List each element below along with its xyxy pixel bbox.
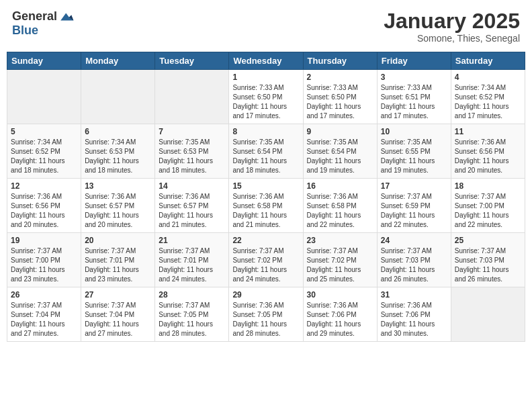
day-number: 22 — [232, 236, 299, 245]
day-info: Sunrise: 7:35 AM Sunset: 6:53 PM Dayligh… — [159, 138, 225, 175]
day-info: Sunrise: 7:36 AM Sunset: 6:56 PM Dayligh… — [11, 192, 77, 230]
calendar-cell: 11Sunrise: 7:36 AM Sunset: 6:56 PM Dayli… — [451, 124, 525, 179]
day-info: Sunrise: 7:37 AM Sunset: 7:01 PM Dayligh… — [159, 246, 225, 284]
day-info: Sunrise: 7:37 AM Sunset: 7:05 PM Dayligh… — [159, 301, 225, 338]
calendar-cell — [451, 287, 525, 342]
calendar-cell: 29Sunrise: 7:36 AM Sunset: 7:05 PM Dayli… — [229, 287, 303, 342]
day-number: 19 — [11, 236, 77, 245]
calendar-week-0: 1Sunrise: 7:33 AM Sunset: 6:50 PM Daylig… — [7, 70, 525, 124]
day-number: 16 — [307, 181, 373, 191]
calendar-cell: 25Sunrise: 7:37 AM Sunset: 7:03 PM Dayli… — [451, 233, 525, 287]
day-number: 1 — [232, 73, 299, 82]
calendar-cell: 17Sunrise: 7:37 AM Sunset: 6:59 PM Dayli… — [377, 179, 451, 233]
day-info: Sunrise: 7:33 AM Sunset: 6:50 PM Dayligh… — [232, 83, 299, 121]
calendar-cell: 27Sunrise: 7:37 AM Sunset: 7:04 PM Dayli… — [81, 287, 155, 342]
day-info: Sunrise: 7:36 AM Sunset: 7:05 PM Dayligh… — [232, 301, 299, 338]
day-number: 27 — [85, 290, 151, 300]
weekday-header-row: SundayMondayTuesdayWednesdayThursdayFrid… — [7, 52, 525, 70]
calendar-cell: 5Sunrise: 7:34 AM Sunset: 6:52 PM Daylig… — [7, 124, 81, 179]
day-number: 30 — [307, 290, 373, 300]
day-number: 20 — [85, 236, 151, 245]
calendar-cell: 31Sunrise: 7:36 AM Sunset: 7:06 PM Dayli… — [377, 287, 451, 342]
day-info: Sunrise: 7:37 AM Sunset: 7:02 PM Dayligh… — [232, 246, 299, 284]
calendar-cell: 15Sunrise: 7:36 AM Sunset: 6:58 PM Dayli… — [229, 179, 303, 233]
day-info: Sunrise: 7:37 AM Sunset: 7:03 PM Dayligh… — [381, 246, 447, 284]
title-block: January 2025 Somone, Thies, Senegal — [384, 9, 520, 44]
calendar-cell: 9Sunrise: 7:35 AM Sunset: 6:54 PM Daylig… — [303, 124, 377, 179]
day-number: 17 — [381, 181, 447, 191]
calendar-cell: 4Sunrise: 7:34 AM Sunset: 6:52 PM Daylig… — [451, 70, 525, 124]
weekday-header-sunday: Sunday — [7, 52, 81, 70]
calendar-cell: 12Sunrise: 7:36 AM Sunset: 6:56 PM Dayli… — [7, 179, 81, 233]
calendar-cell: 26Sunrise: 7:37 AM Sunset: 7:04 PM Dayli… — [7, 287, 81, 342]
day-number: 11 — [455, 127, 521, 136]
weekday-header-tuesday: Tuesday — [155, 52, 229, 70]
day-number: 4 — [455, 73, 521, 82]
day-info: Sunrise: 7:36 AM Sunset: 6:58 PM Dayligh… — [232, 192, 299, 230]
day-info: Sunrise: 7:37 AM Sunset: 7:04 PM Dayligh… — [11, 301, 77, 338]
calendar-week-4: 26Sunrise: 7:37 AM Sunset: 7:04 PM Dayli… — [7, 287, 525, 342]
day-number: 31 — [381, 290, 447, 300]
day-info: Sunrise: 7:36 AM Sunset: 7:06 PM Dayligh… — [307, 301, 373, 338]
day-info: Sunrise: 7:37 AM Sunset: 7:02 PM Dayligh… — [307, 246, 373, 284]
day-number: 14 — [159, 181, 225, 191]
calendar-table: SundayMondayTuesdayWednesdayThursdayFrid… — [7, 52, 525, 342]
day-info: Sunrise: 7:37 AM Sunset: 7:04 PM Dayligh… — [85, 301, 151, 338]
calendar-cell: 24Sunrise: 7:37 AM Sunset: 7:03 PM Dayli… — [377, 233, 451, 287]
day-info: Sunrise: 7:33 AM Sunset: 6:50 PM Dayligh… — [307, 83, 373, 121]
weekday-header-thursday: Thursday — [303, 52, 377, 70]
calendar-cell: 1Sunrise: 7:33 AM Sunset: 6:50 PM Daylig… — [229, 70, 303, 124]
calendar-cell: 6Sunrise: 7:34 AM Sunset: 6:53 PM Daylig… — [81, 124, 155, 179]
day-info: Sunrise: 7:34 AM Sunset: 6:52 PM Dayligh… — [455, 83, 521, 121]
day-number: 28 — [159, 290, 225, 300]
logo-blue: Blue — [12, 24, 38, 37]
calendar-cell: 21Sunrise: 7:37 AM Sunset: 7:01 PM Dayli… — [155, 233, 229, 287]
day-info: Sunrise: 7:33 AM Sunset: 6:51 PM Dayligh… — [381, 83, 447, 121]
day-info: Sunrise: 7:37 AM Sunset: 6:59 PM Dayligh… — [381, 192, 447, 230]
day-number: 29 — [232, 290, 299, 300]
calendar-cell: 28Sunrise: 7:37 AM Sunset: 7:05 PM Dayli… — [155, 287, 229, 342]
day-number: 5 — [11, 127, 77, 136]
calendar-week-1: 5Sunrise: 7:34 AM Sunset: 6:52 PM Daylig… — [7, 124, 525, 179]
weekday-header-friday: Friday — [377, 52, 451, 70]
calendar-cell: 7Sunrise: 7:35 AM Sunset: 6:53 PM Daylig… — [155, 124, 229, 179]
day-number: 3 — [381, 73, 447, 82]
calendar-cell: 19Sunrise: 7:37 AM Sunset: 7:00 PM Dayli… — [7, 233, 81, 287]
day-info: Sunrise: 7:36 AM Sunset: 6:57 PM Dayligh… — [159, 192, 225, 230]
calendar-cell: 18Sunrise: 7:37 AM Sunset: 7:00 PM Dayli… — [451, 179, 525, 233]
day-info: Sunrise: 7:37 AM Sunset: 7:00 PM Dayligh… — [455, 192, 521, 230]
calendar-cell — [155, 70, 229, 124]
day-number: 23 — [307, 236, 373, 245]
calendar-cell: 10Sunrise: 7:35 AM Sunset: 6:55 PM Dayli… — [377, 124, 451, 179]
logo-general: General — [12, 9, 57, 24]
calendar-cell: 20Sunrise: 7:37 AM Sunset: 7:01 PM Dayli… — [81, 233, 155, 287]
day-info: Sunrise: 7:36 AM Sunset: 6:58 PM Dayligh… — [307, 192, 373, 230]
calendar-cell: 3Sunrise: 7:33 AM Sunset: 6:51 PM Daylig… — [377, 70, 451, 124]
logo-icon — [58, 10, 75, 24]
calendar-cell: 23Sunrise: 7:37 AM Sunset: 7:02 PM Dayli… — [303, 233, 377, 287]
month-title: January 2025 — [384, 9, 520, 33]
day-number: 12 — [11, 181, 77, 191]
day-info: Sunrise: 7:37 AM Sunset: 7:01 PM Dayligh… — [85, 246, 151, 284]
day-number: 8 — [232, 127, 299, 136]
day-number: 26 — [11, 290, 77, 300]
day-number: 13 — [85, 181, 151, 191]
day-info: Sunrise: 7:35 AM Sunset: 6:55 PM Dayligh… — [381, 138, 447, 175]
day-number: 2 — [307, 73, 373, 82]
day-number: 10 — [381, 127, 447, 136]
calendar-cell — [7, 70, 81, 124]
location: Somone, Thies, Senegal — [384, 33, 520, 44]
day-info: Sunrise: 7:36 AM Sunset: 6:56 PM Dayligh… — [455, 138, 521, 175]
day-number: 21 — [159, 236, 225, 245]
logo: General Blue — [12, 9, 75, 38]
day-info: Sunrise: 7:36 AM Sunset: 6:57 PM Dayligh… — [85, 192, 151, 230]
day-number: 6 — [85, 127, 151, 136]
day-number: 7 — [159, 127, 225, 136]
day-info: Sunrise: 7:35 AM Sunset: 6:54 PM Dayligh… — [307, 138, 373, 175]
weekday-header-monday: Monday — [81, 52, 155, 70]
day-number: 15 — [232, 181, 299, 191]
calendar-cell: 13Sunrise: 7:36 AM Sunset: 6:57 PM Dayli… — [81, 179, 155, 233]
calendar-cell: 8Sunrise: 7:35 AM Sunset: 6:54 PM Daylig… — [229, 124, 303, 179]
day-info: Sunrise: 7:34 AM Sunset: 6:52 PM Dayligh… — [11, 138, 77, 175]
calendar-cell: 2Sunrise: 7:33 AM Sunset: 6:50 PM Daylig… — [303, 70, 377, 124]
